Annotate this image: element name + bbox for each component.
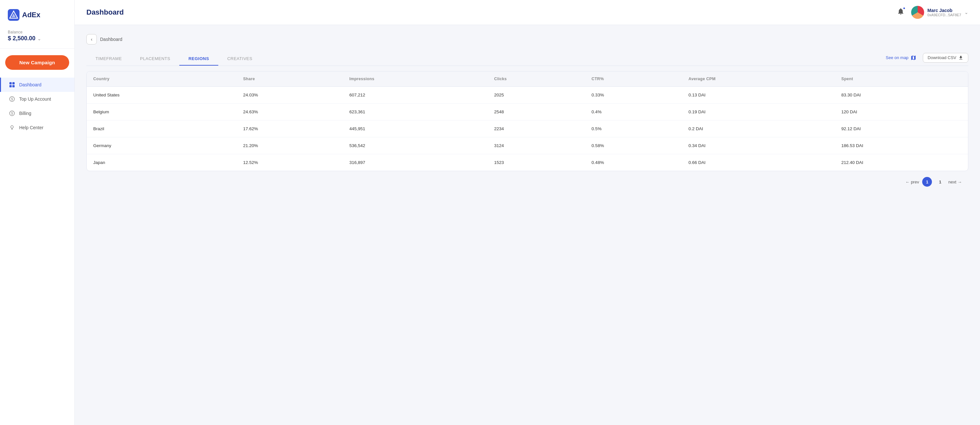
new-campaign-button[interactable]: New Campaign bbox=[5, 55, 69, 70]
sidebar-item-dashboard[interactable]: Dashboard bbox=[0, 78, 75, 92]
sidebar-logo: AdEx bbox=[0, 0, 75, 27]
cell-average-cpm: 0.66 DAI bbox=[682, 154, 835, 171]
cell-clicks: 1523 bbox=[488, 154, 585, 171]
svg-rect-12 bbox=[11, 128, 13, 129]
cell-impressions: 623,361 bbox=[343, 103, 488, 121]
sidebar: AdEx Balance $ 2,500.00 ⌄ New Campaign D… bbox=[0, 0, 75, 425]
cell-country: Belgium bbox=[87, 103, 237, 121]
cell-clicks: 2234 bbox=[488, 121, 585, 137]
cell-average-cpm: 0.2 DAI bbox=[682, 121, 835, 137]
tab-regions[interactable]: REGIONS bbox=[179, 52, 218, 66]
balance-label: Balance bbox=[8, 30, 67, 35]
cell-impressions: 607,212 bbox=[343, 87, 488, 103]
billing-icon: $ bbox=[9, 110, 15, 117]
download-icon bbox=[958, 55, 963, 60]
balance-chevron-icon[interactable]: ⌄ bbox=[37, 36, 41, 41]
cell-spent: 83.30 DAI bbox=[835, 87, 968, 103]
cell-average-cpm: 0.34 DAI bbox=[682, 137, 835, 154]
table-row: United States24.03%607,21220250.33%0.13 … bbox=[87, 87, 968, 103]
cell-ctr%: 0.33% bbox=[585, 87, 682, 103]
svg-rect-3 bbox=[10, 82, 12, 84]
svg-rect-13 bbox=[12, 129, 13, 130]
sidebar-item-dashboard-label: Dashboard bbox=[19, 82, 41, 87]
breadcrumb-row: ‹ Dashboard bbox=[86, 34, 968, 44]
tab-timeframe[interactable]: TIMEFRAME bbox=[86, 52, 131, 66]
table-row: Japan12.52%316,89715230.48%0.66 DAI212.4… bbox=[87, 154, 968, 171]
cell-share: 12.52% bbox=[237, 154, 343, 171]
svg-text:$: $ bbox=[11, 97, 13, 101]
sidebar-nav: Dashboard $ Top Up Account $ Billing Hel… bbox=[0, 75, 75, 137]
prev-button[interactable]: ← prev bbox=[905, 179, 919, 184]
balance-section: Balance $ 2,500.00 ⌄ bbox=[0, 27, 75, 49]
notification-bell[interactable] bbox=[897, 8, 905, 17]
col-avg-cpm: Average CPM bbox=[682, 71, 835, 87]
table-row: Brazil17.62%445,95122340.5%0.2 DAI92.12 … bbox=[87, 121, 968, 137]
sidebar-item-billing[interactable]: $ Billing bbox=[0, 106, 75, 121]
user-avatar bbox=[911, 6, 924, 19]
download-csv-label: Download CSV bbox=[928, 55, 956, 60]
cell-country: Germany bbox=[87, 137, 237, 154]
cell-ctr%: 0.5% bbox=[585, 121, 682, 137]
regions-table: Country Share Impressions Clicks CTR% Av… bbox=[87, 71, 968, 171]
cell-share: 21.20% bbox=[237, 137, 343, 154]
tab-creatives[interactable]: CREATIVES bbox=[218, 52, 261, 66]
adex-logo-icon bbox=[8, 9, 19, 21]
user-profile[interactable]: Marc Jacob 0xA9ECFD...5AF8E7 ⌄ bbox=[911, 6, 968, 19]
cell-spent: 212.40 DAI bbox=[835, 154, 968, 171]
cell-clicks: 2025 bbox=[488, 87, 585, 103]
user-name: Marc Jacob bbox=[928, 8, 961, 13]
svg-point-11 bbox=[11, 126, 13, 128]
header-right: Marc Jacob 0xA9ECFD...5AF8E7 ⌄ bbox=[897, 6, 968, 19]
next-label: next bbox=[948, 179, 956, 184]
page-number-1[interactable]: 1 bbox=[922, 177, 932, 187]
logo-text: AdEx bbox=[22, 11, 40, 19]
cell-spent: 92.12 DAI bbox=[835, 121, 968, 137]
regions-table-container: Country Share Impressions Clicks CTR% Av… bbox=[86, 71, 968, 171]
cell-impressions: 316,897 bbox=[343, 154, 488, 171]
table-row: Belgium24.63%623,36125480.4%0.19 DAI120 … bbox=[87, 103, 968, 121]
col-clicks: Clicks bbox=[488, 71, 585, 87]
main-content: Dashboard Marc Jacob 0xA9ECFD...5AF8E7 ⌄… bbox=[75, 0, 980, 425]
map-icon bbox=[910, 55, 916, 61]
see-on-map-button[interactable]: See on map bbox=[886, 55, 916, 61]
cell-ctr%: 0.58% bbox=[585, 137, 682, 154]
tabs-row: TIMEFRAME PLACEMENTS REGIONS CREATIVES S… bbox=[86, 52, 968, 66]
user-info: Marc Jacob 0xA9ECFD...5AF8E7 bbox=[928, 8, 961, 17]
user-chevron-icon: ⌄ bbox=[964, 10, 968, 15]
col-ctr: CTR% bbox=[585, 71, 682, 87]
user-address: 0xA9ECFD...5AF8E7 bbox=[928, 13, 961, 17]
grid-icon bbox=[9, 81, 15, 88]
sidebar-item-help[interactable]: Help Center bbox=[0, 121, 75, 135]
svg-text:$: $ bbox=[11, 112, 13, 115]
table-row: Germany21.20%536,54231240.58%0.34 DAI186… bbox=[87, 137, 968, 154]
sidebar-item-topup[interactable]: $ Top Up Account bbox=[0, 92, 75, 106]
left-arrow-icon: ← bbox=[905, 179, 910, 184]
cell-country: Brazil bbox=[87, 121, 237, 137]
tab-placements[interactable]: PLACEMENTS bbox=[131, 52, 179, 66]
table-header-row: Country Share Impressions Clicks CTR% Av… bbox=[87, 71, 968, 87]
tabs-left: TIMEFRAME PLACEMENTS REGIONS CREATIVES bbox=[86, 52, 261, 66]
next-button[interactable]: next → bbox=[948, 179, 962, 184]
svg-rect-4 bbox=[12, 82, 14, 84]
cell-share: 24.03% bbox=[237, 87, 343, 103]
circle-dollar-icon: $ bbox=[9, 96, 15, 102]
page-total: 1 bbox=[935, 177, 945, 187]
cell-impressions: 445,951 bbox=[343, 121, 488, 137]
cell-ctr%: 0.48% bbox=[585, 154, 682, 171]
col-spent: Spent bbox=[835, 71, 968, 87]
sidebar-item-billing-label: Billing bbox=[19, 111, 31, 116]
notification-dot bbox=[903, 7, 905, 10]
cell-average-cpm: 0.13 DAI bbox=[682, 87, 835, 103]
sidebar-item-topup-label: Top Up Account bbox=[19, 97, 51, 101]
col-impressions: Impressions bbox=[343, 71, 488, 87]
cell-ctr%: 0.4% bbox=[585, 103, 682, 121]
page-title: Dashboard bbox=[86, 8, 124, 17]
download-csv-button[interactable]: Download CSV bbox=[923, 53, 968, 63]
cell-country: Japan bbox=[87, 154, 237, 171]
cell-share: 17.62% bbox=[237, 121, 343, 137]
header: Dashboard Marc Jacob 0xA9ECFD...5AF8E7 ⌄ bbox=[75, 0, 980, 25]
svg-rect-6 bbox=[12, 85, 14, 87]
tabs-right: See on map Download CSV bbox=[886, 53, 968, 65]
svg-rect-5 bbox=[10, 85, 12, 87]
breadcrumb-back-button[interactable]: ‹ bbox=[86, 34, 97, 44]
